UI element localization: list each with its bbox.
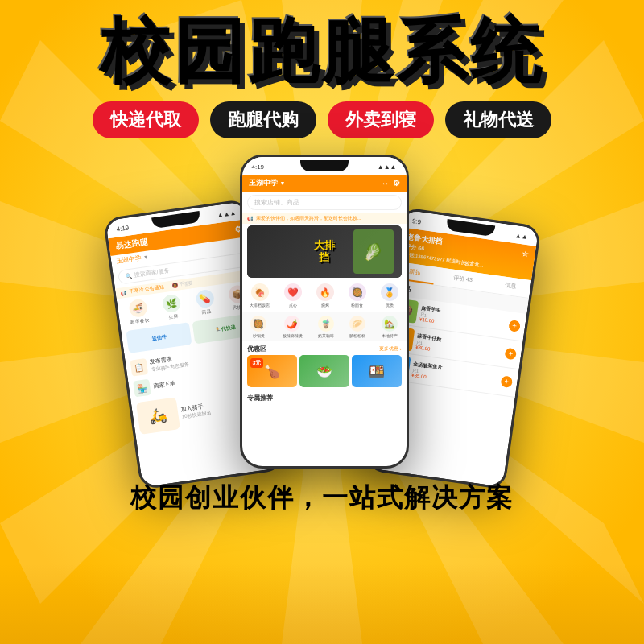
- cat-dapaidang[interactable]: 🍖 大排档饭店: [250, 283, 270, 308]
- center-notch: [300, 160, 349, 171]
- left-app-name: 易达跑腿: [114, 236, 148, 251]
- promo-item3[interactable]: 🍱: [352, 355, 402, 387]
- cat-quality[interactable]: 🏅 优质: [381, 283, 398, 308]
- promo-item2[interactable]: 🥗: [299, 355, 349, 387]
- center-location: 玉湖中学: [249, 178, 278, 188]
- title-section: 校园跑腿系统: [100, 16, 544, 87]
- tags-row: 快递代取 跑腿代购 外卖到寝 礼物代送: [93, 101, 551, 138]
- add-btn-1[interactable]: +: [508, 320, 521, 332]
- center-categories: 🍖 大排档饭店 ❤️ 点心 🔥 烧烤 🥘 粉面食: [242, 279, 407, 312]
- center-phone-screen: 4:19 ▲▲▲ 玉湖中学 ▼ ↔ ⚙ 搜索店铺、商品: [242, 157, 407, 466]
- cat-item[interactable]: 🌿 生鲜: [161, 293, 182, 320]
- recommend-title: 专属推荐: [247, 394, 273, 402]
- tag-delivery: 外卖到寝: [328, 101, 434, 138]
- phone-center: 4:19 ▲▲▲ 玉湖中学 ▼ ↔ ⚙ 搜索店铺、商品: [240, 155, 409, 469]
- cat-item[interactable]: 🍜 超市餐饮: [126, 298, 149, 325]
- cat-powder[interactable]: 🥘 粉面食: [349, 283, 366, 308]
- promo-item1[interactable]: 3元 🍗: [247, 355, 297, 387]
- tag-errand: 跑腿代购: [210, 101, 316, 138]
- tag-gift: 礼物代送: [445, 101, 551, 138]
- center-notice-text: 亲爱的伙伴们，如遇雨天路滑，配送时长会比较...: [256, 215, 361, 222]
- main-container: 校园跑腿系统 快递代取 跑腿代购 外卖到寝 礼物代送 4:19 ▲▲▲ 易达跑腿…: [0, 0, 644, 644]
- add-btn-3[interactable]: +: [500, 375, 513, 388]
- promo-grid: 3元 🍗 🥗 🍱: [242, 355, 407, 390]
- phones-section: 4:19 ▲▲▲ 易达跑腿 ⚙ 玉湖中学 ▼ 🔍 搜索商家/服务 📢 不寒冷 公…: [0, 155, 644, 469]
- center-banner: 大排 挡 🥬: [247, 225, 402, 278]
- bottom-text: 校园创业伙伴，一站式解决方案: [130, 481, 514, 516]
- bottom-gradient: [0, 564, 644, 644]
- center-subcategories: 🥘 砂锅煲 🌶️ 酸辣麻辣烫 🧋 奶茶咖啡 🥟 肠粉粉糕: [242, 312, 407, 341]
- main-title: 校园跑腿系统: [100, 16, 544, 87]
- left-location: 玉湖中学: [115, 254, 142, 266]
- cat-item[interactable]: 💊 药品: [195, 289, 216, 316]
- promo-section-header: 优惠区 更多优惠 ›: [242, 341, 407, 355]
- tag-express: 快递代取: [93, 101, 199, 138]
- cat-milk[interactable]: 🧋 奶茶咖啡: [318, 316, 334, 338]
- center-search-placeholder: 搜索店铺、商品: [254, 199, 299, 206]
- center-notice: 📢 亲爱的伙伴们，如遇雨天路滑，配送时长会比较...: [242, 213, 407, 224]
- recommend-header: 专属推荐: [242, 390, 407, 404]
- cat-mala[interactable]: 🌶️ 酸辣麻辣烫: [283, 316, 303, 338]
- cat-shaokao[interactable]: 🔥 烧烤: [316, 283, 334, 308]
- cat-changfen[interactable]: 🥟 肠粉粉糕: [349, 316, 365, 338]
- cat-dianxin[interactable]: ❤️ 点心: [284, 283, 302, 308]
- promo-badge: 3元: [250, 358, 264, 368]
- add-btn-2[interactable]: +: [504, 348, 517, 361]
- cat-shaoguo[interactable]: 🥘 砂锅煲: [250, 316, 266, 338]
- promo-more[interactable]: 更多优惠 ›: [379, 345, 402, 353]
- center-app-header: 玉湖中学 ▼ ↔ ⚙: [242, 175, 407, 192]
- promo-title: 优惠区: [247, 345, 266, 353]
- cat-local[interactable]: 🏡 本地特产: [382, 316, 398, 338]
- center-search[interactable]: 搜索店铺、商品: [247, 195, 402, 210]
